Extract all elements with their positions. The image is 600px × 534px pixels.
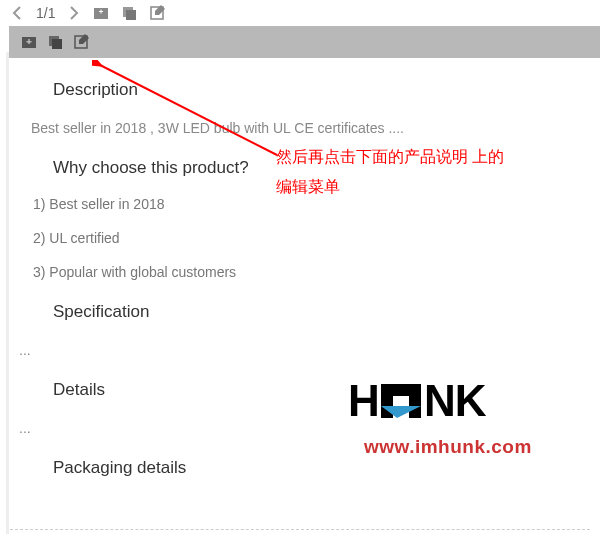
list-item: 3) Popular with global customers [33,264,590,280]
chevron-left-icon[interactable] [8,4,26,22]
annotation-line2: 编辑菜单 [276,172,504,202]
svg-rect-8 [28,39,30,44]
specification-title: Specification [53,302,590,322]
watermark-url: www.imhunk.com [364,436,558,458]
page-indicator: 1/1 [36,5,55,21]
add-icon[interactable] [93,4,111,22]
svg-rect-4 [126,10,136,20]
chevron-right-icon[interactable] [65,4,83,22]
watermark-logo: H NK www.imhunk.com [348,376,558,458]
description-text: Best seller in 2018 , 3W LED bulb with U… [31,120,590,136]
list-item: 2) UL certified [33,230,590,246]
copy-icon[interactable] [121,4,139,22]
copy-icon[interactable] [47,33,65,51]
annotation-text: 然后再点击下面的产品说明 上的 编辑菜单 [276,142,504,202]
svg-rect-17 [409,384,421,418]
svg-rect-10 [52,39,62,49]
edit-icon[interactable] [149,4,167,22]
packaging-title: Packaging details [53,458,590,478]
add-icon[interactable] [21,33,39,51]
svg-text:H: H [348,376,379,425]
svg-text:NK: NK [424,376,487,425]
edit-icon[interactable] [73,33,91,51]
description-title: Description [53,80,590,100]
bottom-divider [10,529,590,530]
svg-rect-2 [101,10,102,14]
annotation-line1: 然后再点击下面的产品说明 上的 [276,142,504,172]
specification-text: ... [19,342,590,358]
